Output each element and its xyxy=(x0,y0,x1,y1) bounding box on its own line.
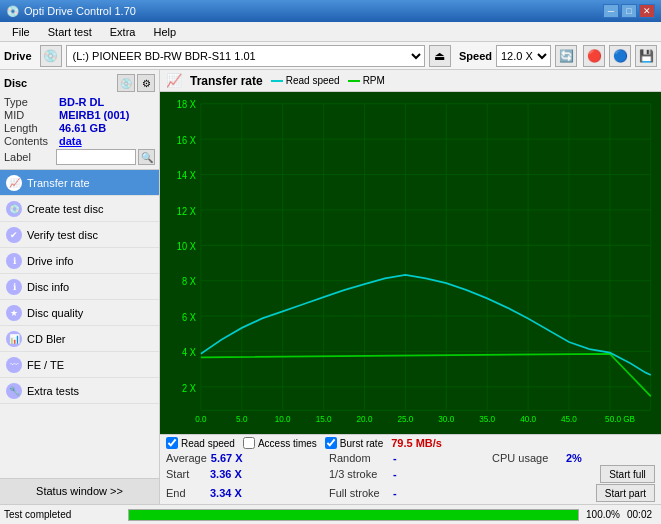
stat-start-full: Start full xyxy=(492,465,655,483)
minimize-button[interactable]: ─ xyxy=(603,4,619,18)
chart-svg-container: 18 X 16 X 14 X 12 X 10 X 8 X 6 X 4 X 2 X… xyxy=(160,92,661,434)
app-icon: 💿 xyxy=(6,5,20,18)
svg-text:15.0: 15.0 xyxy=(316,414,332,425)
nav-fe-te[interactable]: 〰 FE / TE xyxy=(0,352,159,378)
chart-svg: 18 X 16 X 14 X 12 X 10 X 8 X 6 X 4 X 2 X… xyxy=(160,92,661,434)
menu-help[interactable]: Help xyxy=(145,24,184,40)
stats-row-start: Start 3.36 X 1/3 stroke - Start full xyxy=(166,465,655,483)
drive-icon-button[interactable]: 💿 xyxy=(40,45,62,67)
disc-label-input[interactable] xyxy=(56,149,136,165)
speed-select[interactable]: 12.0 X xyxy=(496,45,551,67)
one-third-stroke-value: - xyxy=(393,468,413,480)
checkboxes-row: Read speed Access times Burst rate 79.5 … xyxy=(166,437,655,449)
stats-row-end: End 3.34 X Full stroke - Start part xyxy=(166,484,655,502)
disc-label-row: Label 🔍 xyxy=(4,149,155,165)
nav-extra-tests[interactable]: 🔧 Extra tests xyxy=(0,378,159,404)
disc-title: Disc xyxy=(4,77,27,89)
title-bar-left: 💿 Opti Drive Control 1.70 xyxy=(6,5,136,18)
start-part-button[interactable]: Start part xyxy=(596,484,655,502)
disc-header: Disc 💿 ⚙ xyxy=(4,74,155,92)
svg-text:35.0: 35.0 xyxy=(479,414,495,425)
drive-action-btn1[interactable]: 🔴 xyxy=(583,45,605,67)
legend-read-speed: Read speed xyxy=(271,75,340,86)
svg-text:14 X: 14 X xyxy=(177,170,196,182)
legend-rpm: RPM xyxy=(348,75,385,86)
burst-rate-checkbox-text: Burst rate xyxy=(340,438,383,449)
legend-read-speed-color xyxy=(271,80,283,82)
status-window-button[interactable]: Status window >> xyxy=(0,478,159,504)
burst-rate-checkbox[interactable] xyxy=(325,437,337,449)
svg-text:4 X: 4 X xyxy=(182,347,196,359)
start-label: Start xyxy=(166,468,206,480)
disc-icon2[interactable]: ⚙ xyxy=(137,74,155,92)
cpu-value: 2% xyxy=(566,452,582,464)
nav-cd-bler-label: CD Bler xyxy=(27,333,66,345)
stat-start: Start 3.36 X xyxy=(166,465,329,483)
disc-label-button[interactable]: 🔍 xyxy=(138,149,155,165)
drive-label: Drive xyxy=(4,50,32,62)
svg-text:45.0: 45.0 xyxy=(561,414,577,425)
fe-te-icon: 〰 xyxy=(6,357,22,373)
progress-bar-fill xyxy=(129,510,578,520)
average-value: 5.67 X xyxy=(211,452,246,464)
read-speed-checkbox-text: Read speed xyxy=(181,438,235,449)
chart-header: 📈 Transfer rate Read speed RPM xyxy=(160,70,661,92)
svg-rect-0 xyxy=(160,92,661,434)
nav-cd-bler[interactable]: 📊 CD Bler xyxy=(0,326,159,352)
drive-select[interactable]: (L:) PIONEER BD-RW BDR-S11 1.01 xyxy=(66,45,425,67)
nav-transfer-rate[interactable]: 📈 Transfer rate xyxy=(0,170,159,196)
access-times-checkbox[interactable] xyxy=(243,437,255,449)
nav-disc-info[interactable]: ℹ Disc info xyxy=(0,274,159,300)
disc-length-row: Length 46.61 GB xyxy=(4,122,155,134)
nav-extra-tests-label: Extra tests xyxy=(27,385,79,397)
verify-test-disc-icon: ✔ xyxy=(6,227,22,243)
disc-contents-row: Contents data xyxy=(4,135,155,147)
nav-disc-quality[interactable]: ★ Disc quality xyxy=(0,300,159,326)
cpu-label: CPU usage xyxy=(492,452,562,464)
disc-icon1[interactable]: 💿 xyxy=(117,74,135,92)
chart-title: Transfer rate xyxy=(190,74,263,88)
svg-text:18 X: 18 X xyxy=(177,99,196,111)
stat-end: End 3.34 X xyxy=(166,484,329,502)
app-title: Opti Drive Control 1.70 xyxy=(24,5,136,17)
maximize-button[interactable]: □ xyxy=(621,4,637,18)
disc-length-value: 46.61 GB xyxy=(59,122,106,134)
stat-average: Average 5.67 X xyxy=(166,452,329,464)
stat-full-stroke: Full stroke - xyxy=(329,484,492,502)
main-content: Disc 💿 ⚙ Type BD-R DL MID MEIRB1 (001) L… xyxy=(0,70,661,504)
full-stroke-label: Full stroke xyxy=(329,487,389,499)
chart-area: 📈 Transfer rate Read speed RPM xyxy=(160,70,661,504)
disc-mid-key: MID xyxy=(4,109,59,121)
start-full-button[interactable]: Start full xyxy=(600,465,655,483)
disc-type-row: Type BD-R DL xyxy=(4,96,155,108)
title-bar-controls: ─ □ ✕ xyxy=(603,4,655,18)
read-speed-checkbox-label: Read speed xyxy=(166,437,235,449)
drive-action-btn2[interactable]: 🔵 xyxy=(609,45,631,67)
nav-create-test-disc[interactable]: 💿 Create test disc xyxy=(0,196,159,222)
disc-type-key: Type xyxy=(4,96,59,108)
svg-text:6 X: 6 X xyxy=(182,311,196,323)
menu-start-test[interactable]: Start test xyxy=(40,24,100,40)
stat-cpu: CPU usage 2% xyxy=(492,452,655,464)
drive-info-icon: ℹ xyxy=(6,253,22,269)
close-button[interactable]: ✕ xyxy=(639,4,655,18)
disc-contents-value[interactable]: data xyxy=(59,135,82,147)
menu-extra[interactable]: Extra xyxy=(102,24,144,40)
status-bar: Test completed 100.0% 00:02 xyxy=(0,504,661,524)
drive-save-button[interactable]: 💾 xyxy=(635,45,657,67)
nav-verify-test-disc[interactable]: ✔ Verify test disc xyxy=(0,222,159,248)
svg-text:0.0: 0.0 xyxy=(195,414,206,425)
speed-refresh-button[interactable]: 🔄 xyxy=(555,45,577,67)
svg-text:2 X: 2 X xyxy=(182,382,196,394)
time-text: 00:02 xyxy=(627,509,657,520)
chart-icon: 📈 xyxy=(166,73,182,88)
read-speed-checkbox[interactable] xyxy=(166,437,178,449)
access-times-checkbox-text: Access times xyxy=(258,438,317,449)
menu-file[interactable]: File xyxy=(4,24,38,40)
nav-drive-info[interactable]: ℹ Drive info xyxy=(0,248,159,274)
svg-text:8 X: 8 X xyxy=(182,276,196,288)
svg-text:25.0: 25.0 xyxy=(397,414,413,425)
stats-bar: Read speed Access times Burst rate 79.5 … xyxy=(160,434,661,504)
extra-tests-icon: 🔧 xyxy=(6,383,22,399)
eject-button[interactable]: ⏏ xyxy=(429,45,451,67)
